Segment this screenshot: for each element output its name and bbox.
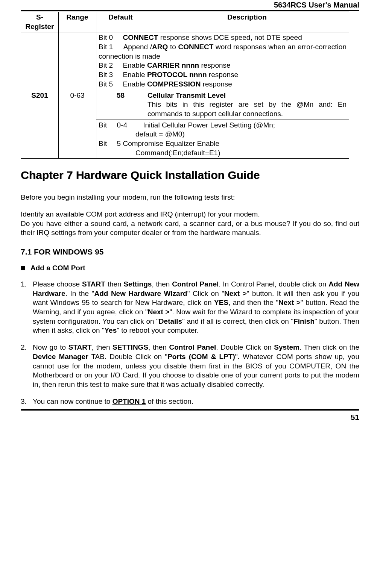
register-table: S-Register Range Default Description Bit… [21,12,349,159]
bit-text: Enable [123,80,147,88]
th-description: Description [145,12,349,32]
bit-label: Bit 0-4 [99,121,127,129]
step-text: of this section. [146,397,193,405]
step-bold: Next > [278,299,301,306]
th-range: Range [59,12,96,32]
cell-sreg: S201 [21,90,59,159]
step-text: " to reboot your computer. [117,326,199,334]
cell-default: 58 [96,90,145,120]
step-bold: YES [214,299,228,306]
step-text: " and if all is correct, then click on " [182,317,293,325]
cell-range: 0-63 [59,90,96,159]
bit-label: Bit 1 [99,43,113,51]
bit-text: Enable [123,61,147,69]
bullet-title: Add a COM Port [30,264,85,272]
intro-p3: Do you have either a sound card, a netwo… [21,219,359,238]
bit-text: response shows DCE speed, not DTE speed [158,33,302,41]
bit-text: default = @M0) [99,130,347,139]
list-item: 2. Now go to START, then SETTINGS, then … [21,343,359,389]
bit-bold: CONNECT [178,43,213,51]
th-sregister: S-Register [21,12,59,32]
cell-desc: Cellular Transmit Level This bits in thi… [145,90,349,120]
step-bold: Add New Hardware Wizard [94,289,187,297]
bit-text: Initial Cellular Power Level Setting (@M… [143,121,275,129]
intro-p1: Before you begin installing your modem, … [21,193,359,202]
step-text: , then [92,343,112,351]
step-text: . In Control Panel, double click on [219,280,328,288]
cell-sreg-empty [21,32,59,90]
num-marker: 2. [21,343,27,352]
chapter-title: Chapter 7 Hardware Quick Installation Gu… [21,168,359,182]
step-bold: Finish [293,317,315,325]
desc-body: This bits in this register are set by th… [147,100,347,118]
list-item: 1. Please choose START then Settings, th… [21,280,359,335]
bit-text: response [199,61,230,69]
table-row: S201 0-63 58 Cellular Transmit Level Thi… [21,90,349,120]
desc-title: Cellular Transmit Level [147,91,226,99]
bit-text: Append / [123,43,152,51]
step-bold: START [68,343,92,351]
bit-label: Bit 5 [99,80,113,88]
step-bold: Ports (COM & LPT) [167,353,235,361]
table-row: Bit 0 CONNECT response shows DCE speed, … [21,32,349,90]
footer-rule [21,409,359,411]
step-bold-underline: OPTION 1 [112,397,146,405]
bit-bold: CARRIER nnnn [147,61,199,69]
step-text: , then [148,343,169,351]
bit-text: to [168,43,178,51]
step-bold: Yes [104,326,117,334]
step-bold: Device Manager [33,353,88,361]
cell-desc-sub: Bit 0-4 Initial Cellular Power Level Set… [96,120,349,159]
step-text: . In the " [65,289,94,297]
bit-label: Bit 0 [99,33,113,41]
step-bold: START [82,280,105,288]
bit-text: Command(:En;default=E1) [99,149,347,158]
bit-text: Enable [123,71,147,79]
step-bold: Settings [123,280,152,288]
step-bold: Next > [148,308,170,316]
step-text: , and then the " [228,299,278,306]
section-7-1-title: 7.1 FOR WINDOWS 95 [21,247,359,257]
bit-bold: CONNECT [123,33,158,41]
bullet-heading: Add a COM Port [21,264,359,273]
step-bold: System [274,343,299,351]
step-text: Now go to [33,343,68,351]
step-text: . Double Click on [216,343,274,351]
step-text: then [105,280,124,288]
list-item: 3. You can now continue to OPTION 1 of t… [21,397,359,406]
step-text: " Click on " [187,289,224,297]
table-header-row: S-Register Range Default Description [21,12,349,32]
bit-bold: ARQ [152,43,168,51]
step-bold: Details [159,317,182,325]
step-bold: Next > [224,289,247,297]
th-default: Default [96,12,145,32]
step-bold: Control Panel [169,343,216,351]
bit-bold: PROTOCOL nnnn [147,71,207,79]
step-text: You can now continue to [33,397,112,405]
cell-desc-bits: Bit 0 CONNECT response shows DCE speed, … [96,32,349,90]
doc-title: 5634RCS User's Manual [21,0,359,10]
step-text: Please choose [33,280,82,288]
bit-label: Bit 2 [99,61,113,69]
step-text: , then [152,280,172,288]
step-bold: SETTINGS [112,343,148,351]
bit-text: response [201,80,232,88]
header-rule: 5634RCS User's Manual [21,0,359,11]
bit-text: response [207,71,238,79]
bit-bold: COMPRESSION [147,80,201,88]
square-bullet-icon [21,266,25,270]
num-marker: 1. [21,280,27,289]
intro-block: Identify an available COM port address a… [21,210,359,238]
step-text: . Then click on the [299,343,359,351]
page-number: 51 [21,412,359,422]
step-text: TAB. Double Click on " [88,353,168,361]
numbered-list: 1. Please choose START then Settings, th… [21,280,359,406]
cell-range-empty [59,32,96,90]
intro-p2: Identify an available COM port address a… [21,210,359,219]
bit-label: Bit 3 [99,71,113,79]
num-marker: 3. [21,397,27,406]
bit-label: Bit 5 Compromise Equalizer Enable [99,139,219,147]
step-bold: Control Panel [172,280,219,288]
